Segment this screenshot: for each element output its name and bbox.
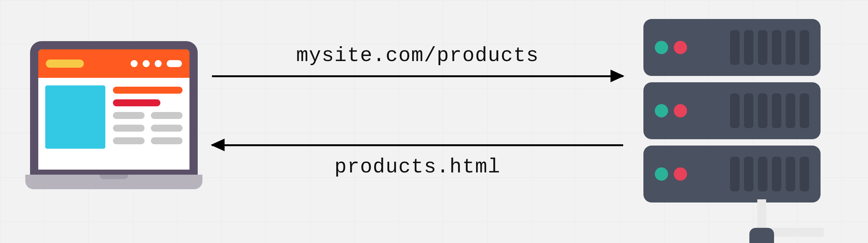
text-line-icon [113,137,145,144]
arrow-left-icon [212,139,623,151]
response-arrow: products.html [212,136,623,178]
window-dots [131,60,182,67]
web-server [643,19,820,209]
status-led-green-icon [655,168,668,181]
response-label: products.html [212,156,623,178]
server-rack-unit [643,146,820,203]
browser-address-bar [38,49,189,78]
text-lines [113,85,183,149]
dot-icon [167,60,182,67]
subheading-line-icon [113,99,160,106]
heading-line-icon [113,87,183,94]
status-led-green-icon [655,41,668,54]
server-vents-icon [730,157,809,191]
server-vents-icon [730,30,809,65]
server-vents-icon [730,93,809,128]
client-laptop [25,41,203,189]
dot-icon [131,60,137,67]
request-arrow: mysite.com/products [212,44,623,82]
text-line-icon [113,112,145,119]
request-label: mysite.com/products [212,44,623,67]
server-rack-unit [643,82,820,139]
status-led-green-icon [655,104,668,117]
arrow-right-icon [212,70,623,82]
text-line-icon [113,125,145,132]
server-connector-icon [749,228,774,243]
laptop-notch-icon [100,175,128,179]
text-line-icon [151,137,183,144]
image-placeholder-icon [45,85,105,149]
laptop-bezel [30,41,198,175]
server-rack-unit [643,19,820,76]
page-content [38,78,189,156]
laptop-base [25,175,203,189]
status-led-red-icon [674,41,687,54]
url-pill-icon [46,59,84,68]
dot-icon [155,60,162,67]
status-led-red-icon [674,104,687,117]
text-line-icon [151,112,183,119]
status-led-red-icon [674,168,687,181]
text-line-icon [151,125,183,132]
dot-icon [143,60,150,67]
browser-window [38,49,189,170]
